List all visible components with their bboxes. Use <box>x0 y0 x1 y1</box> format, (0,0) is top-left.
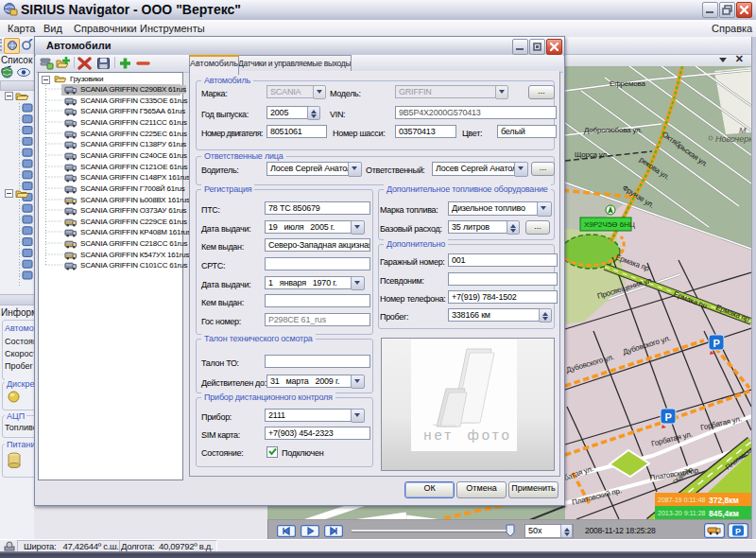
svg-text:P: P <box>735 527 741 536</box>
svg-text:372,8км: 372,8км <box>709 496 739 505</box>
svg-text:P: P <box>665 411 672 423</box>
svg-text:М: М <box>739 126 747 135</box>
svg-text:Х9Р2Ч5Ѳ 6НЦ: Х9Р2Ч5Ѳ 6НЦ <box>584 220 635 229</box>
svg-text:2013-20 9:11:28: 2013-20 9:11:28 <box>658 510 706 516</box>
svg-text:P: P <box>713 338 720 349</box>
svg-text:2087-19 0:11:48: 2087-19 0:11:48 <box>658 497 706 503</box>
svg-text:Новочерк: Новочерк <box>715 134 751 144</box>
svg-text:Ефремова: Ефремова <box>610 79 646 88</box>
svg-text:Щорса ул.: Щорса ул. <box>575 150 609 159</box>
svg-text:Добролюбова ул.: Добролюбова ул. <box>584 126 643 134</box>
svg-text:845,4км: 845,4км <box>709 509 739 518</box>
